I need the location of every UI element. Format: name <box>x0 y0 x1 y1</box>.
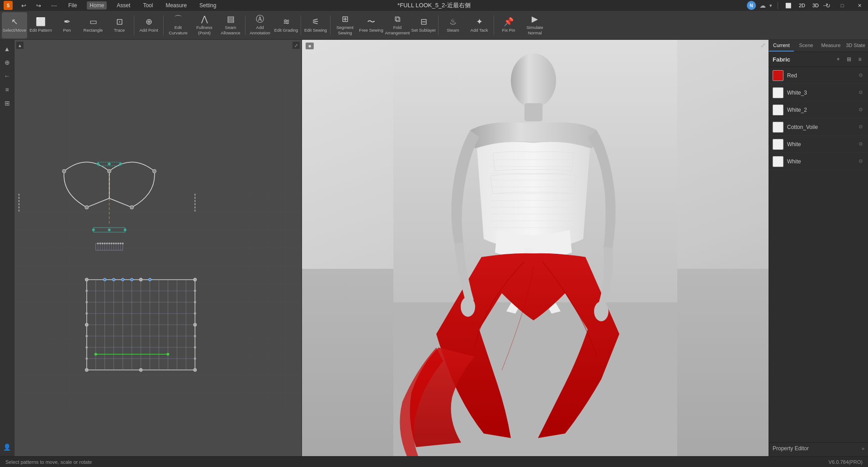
fabric-name-white1: White <box>787 141 857 148</box>
side-tool-3[interactable]: ← <box>2 71 13 81</box>
fabric-settings-white3[interactable]: ⚙ <box>857 89 864 96</box>
tab-current[interactable]: Current <box>769 40 794 52</box>
cloud-icon[interactable]: ☁ <box>760 2 766 9</box>
menu-tool[interactable]: Tool <box>140 1 156 10</box>
svg-point-6 <box>153 169 156 173</box>
toolbar-separator <box>330 15 330 35</box>
tool-set-sublayer[interactable]: ⊟Set Sublayer <box>411 12 436 38</box>
tool-free-sewing[interactable]: 〜Free Sewing <box>359 12 384 38</box>
svg-point-91 <box>511 53 556 108</box>
svg-point-9 <box>108 162 111 165</box>
fabric-settings-white0[interactable]: ⚙ <box>857 158 864 165</box>
tool-select-move[interactable]: ↖Select/Move <box>2 12 27 38</box>
fabric-settings-white2[interactable]: ⚙ <box>857 106 864 114</box>
select-move-icon: ↖ <box>11 18 18 26</box>
view-2d-button[interactable]: ⬜ <box>783 2 793 10</box>
tool-fullness-point[interactable]: ⋀Fullness (Point) <box>192 12 217 38</box>
3d-viewport[interactable]: ■ ⤢ <box>302 40 769 456</box>
side-tool-4[interactable]: ≡ <box>2 84 13 95</box>
fabric-swatch-white2 <box>773 105 783 115</box>
svg-point-15 <box>124 229 127 231</box>
tool-fix-pin[interactable]: 📌Fix Pin <box>496 12 521 38</box>
viewport-expand-button[interactable]: ⤢ <box>760 42 766 49</box>
fabric-item-white2[interactable]: White_2 ⚙ <box>769 101 868 119</box>
side-tool-2[interactable]: ⊕ <box>2 57 13 68</box>
minimize-button[interactable]: ─ <box>816 0 834 11</box>
side-tool-1[interactable]: ▲ <box>2 43 13 54</box>
tool-edit-sewing[interactable]: ⚟Edit Sewing <box>303 12 328 38</box>
fabric-grid-view[interactable]: ⊞ <box>844 55 854 64</box>
fabric-swatch-white1 <box>773 139 783 150</box>
fabric-settings-white1[interactable]: ⚙ <box>857 141 864 148</box>
window-controls: ─ □ ✕ <box>816 0 868 11</box>
tool-fold[interactable]: ⧉Fold Arrangement <box>385 12 410 38</box>
tool-steam[interactable]: ♨Steam <box>440 12 466 38</box>
tool-add-annotation[interactable]: ⒶAdd Annotation <box>247 12 273 38</box>
tool-add-tack[interactable]: ✦Add Tack <box>467 12 492 38</box>
tab-scene[interactable]: Scene <box>794 40 819 52</box>
pattern-area[interactable]: ▲ ⤢ <box>14 40 302 456</box>
redo-button[interactable]: ↪ <box>35 1 42 10</box>
tool-trace[interactable]: ⊡Trace <box>107 12 132 38</box>
svg-point-87 <box>194 346 196 348</box>
viewport-toolbar[interactable]: ■ <box>306 43 314 49</box>
menu-file[interactable]: File <box>66 1 80 10</box>
tab-3dstate[interactable]: 3D State <box>843 40 868 52</box>
svg-point-88 <box>194 357 196 360</box>
tool-pen[interactable]: ✒Pen <box>54 12 80 38</box>
fabric-settings-cotton-voile[interactable]: ⚙ <box>857 124 864 131</box>
fabric-item-white0[interactable]: White ⚙ <box>769 153 868 170</box>
property-editor-expand[interactable]: » <box>862 446 864 451</box>
tool-rectangle[interactable]: ▭Rectangle <box>80 12 106 38</box>
view-2d-label[interactable]: 2D <box>797 2 807 9</box>
fabric-swatch-white3 <box>773 87 783 98</box>
fabric-item-red[interactable]: Red ⚙ <box>769 67 868 84</box>
cloud-dropdown[interactable]: ▾ <box>769 3 772 9</box>
tool-edit-pattern[interactable]: ⬜Edit Pattern <box>28 12 53 38</box>
main-area: ▲ ⊕ ← ≡ ⊞ 👤 ▲ ⤢ <box>0 40 868 456</box>
tool-edit-curvature[interactable]: ⌒Edit Curvature <box>165 12 191 38</box>
add-tack-icon: ✦ <box>476 18 483 26</box>
fabric-settings-red[interactable]: ⚙ <box>857 72 864 79</box>
menu-setting[interactable]: Setting <box>197 1 219 10</box>
svg-point-13 <box>92 229 95 231</box>
toolbar-separator <box>301 15 301 35</box>
svg-point-28 <box>97 243 99 244</box>
window-title: *FULL LOOK_5_2-近最右侧 <box>397 1 470 10</box>
tool-edit-grading[interactable]: ≋Edit Grading <box>274 12 299 38</box>
svg-point-33 <box>108 243 110 244</box>
fabric-name-white2: White_2 <box>787 107 857 113</box>
svg-rect-0 <box>14 86 302 411</box>
menu-measure[interactable]: Measure <box>163 1 189 10</box>
tab-measure[interactable]: Measure <box>819 40 844 52</box>
svg-point-83 <box>194 290 196 292</box>
add-fabric-button[interactable]: + <box>834 55 843 64</box>
maximize-button[interactable]: □ <box>834 0 851 11</box>
tool-segment-sewing[interactable]: ⊞Segment Sewing <box>332 12 358 38</box>
svg-point-38 <box>120 243 122 244</box>
tool-simulate-normal[interactable]: ▶Simulate Normal <box>522 12 547 38</box>
edit-pattern-icon: ⬜ <box>36 18 46 26</box>
fabric-item-white1[interactable]: White ⚙ <box>769 136 868 153</box>
close-button[interactable]: ✕ <box>851 0 868 11</box>
fabric-list-view[interactable]: ≡ <box>855 55 864 64</box>
side-tool-avatar[interactable]: 👤 <box>2 442 13 453</box>
svg-point-72 <box>131 278 133 281</box>
svg-point-69 <box>104 278 106 281</box>
side-tool-5[interactable]: ⊞ <box>2 98 13 109</box>
menu-home[interactable]: Home <box>87 1 107 10</box>
fabric-item-cotton-voile[interactable]: Cotton_Voile ⚙ <box>769 119 868 136</box>
tool-add-point[interactable]: ⊕Add Point <box>136 12 161 38</box>
fabric-item-white3[interactable]: White_3 ⚙ <box>769 84 868 101</box>
segment-sewing-icon: ⊞ <box>342 15 349 23</box>
tool-seam-allowance[interactable]: ▤Seam Allowance <box>218 12 243 38</box>
app-logo: S <box>4 1 13 10</box>
separator <box>778 2 778 9</box>
edit-sewing-icon: ⚟ <box>312 18 319 26</box>
undo-button[interactable]: ↩ <box>20 1 28 10</box>
menu-asset[interactable]: Asset <box>114 1 133 10</box>
svg-point-81 <box>85 346 88 348</box>
fullness-point-icon: ⋀ <box>201 15 208 23</box>
more-menu-button[interactable]: ⋯ <box>50 1 58 10</box>
svg-point-10 <box>119 162 122 165</box>
